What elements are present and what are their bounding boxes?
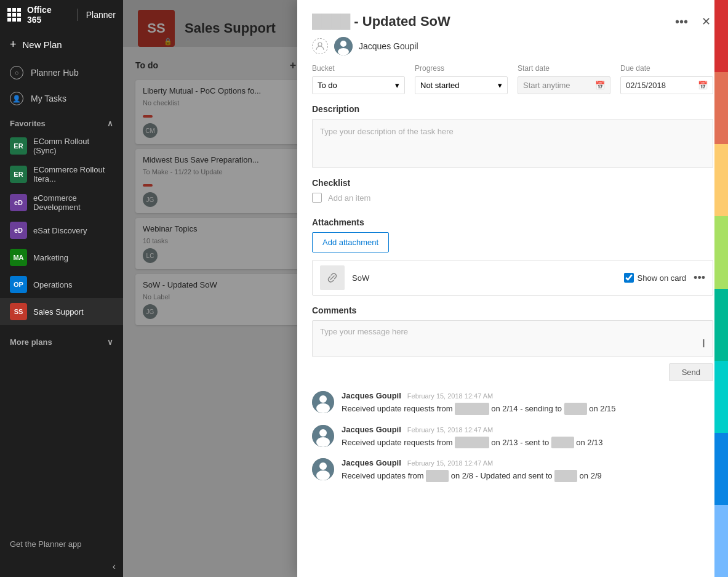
comment-avatar [312,391,334,413]
plus-icon: + [10,38,17,51]
color-swatch-2[interactable] [714,144,728,216]
comment-body: Jacques Goupil February 15, 2018 12:47 A… [342,425,713,449]
more-plans-expand-icon[interactable]: ∨ [107,337,113,347]
plan-label-er1: EComm Rollout (Sync) [33,137,113,155]
svg-point-5 [319,395,327,403]
assignee-avatar[interactable] [334,37,353,55]
comment-text-part: on 2/8 - Updated and sent to [449,471,554,480]
sidebar-item-ss1[interactable]: SS Sales Support [0,298,123,325]
bucket-select[interactable]: To do ▾ [312,76,405,94]
due-date-field: Due date 02/15/2018 📅 [620,64,713,94]
comment-input[interactable]: Type your message here I [312,320,713,357]
sidebar-item-er1[interactable]: ER EComm Rollout (Sync) [0,132,123,160]
get-app-link[interactable]: Get the Planner app [0,532,123,556]
progress-field: Progress Not started ▾ [415,64,508,94]
task-fields: Bucket To do ▾ Progress Not started ▾ St… [297,64,728,104]
color-swatch-5[interactable] [714,361,728,433]
plan-label-ed1: eCommerce Development [33,193,113,212]
sidebar-item-my-tasks[interactable]: 👤 My Tasks [0,86,123,111]
comment-body: Jacques Goupil February 15, 2018 12:47 A… [342,458,713,482]
checklist-add-input[interactable]: Add an item [328,193,370,203]
sidebar-item-ed2[interactable]: eD eSat Discovery [0,217,123,244]
comment-text-part: Received update requests from [342,404,455,413]
planner-label: Planner [86,10,116,20]
person-icon: 👤 [10,92,23,105]
color-swatch-4[interactable] [714,289,728,361]
svg-point-6 [316,403,330,413]
description-input[interactable]: Type your description of the task here [312,119,713,168]
svg-point-9 [316,437,330,447]
close-panel-button[interactable]: ✕ [699,12,713,31]
show-card-checkbox[interactable] [624,273,634,283]
my-tasks-label: My Tasks [31,94,66,103]
more-options-button[interactable]: ••• [671,14,692,30]
new-plan-button[interactable]: + New Plan [0,30,123,60]
start-date-value: Start anytime [523,81,570,90]
send-button-container: Send [312,363,713,381]
sidebar-item-op1[interactable]: OP Operations [0,271,123,298]
comment-meta: Jacques Goupil February 15, 2018 12:47 A… [342,391,713,400]
show-card-label: Show on card [638,273,687,283]
task-title-redacted: ████ [312,14,350,30]
progress-select[interactable]: Not started ▾ [415,76,508,94]
plan-label-ed2: eSat Discovery [33,226,87,235]
comment-text: Received update requests from ██████ on … [342,437,713,449]
start-date-label: Start date [518,64,610,73]
color-swatch-0[interactable] [714,0,728,72]
show-card-checkbox-group: Show on card [624,273,687,283]
due-date-picker[interactable]: 02/15/2018 📅 [620,76,713,94]
waffle-icon[interactable] [7,8,21,22]
comment-meta: Jacques Goupil February 15, 2018 12:47 A… [342,425,713,434]
comment-body: Jacques Goupil February 15, 2018 12:47 A… [342,391,713,415]
bucket-chevron-icon: ▾ [395,81,399,90]
checklist-checkbox[interactable] [312,193,322,203]
color-swatch-1[interactable] [714,72,728,144]
progress-value: Not started [420,81,460,90]
sidebar-item-ed1[interactable]: eD eCommerce Development [0,188,123,217]
comment-text-part: on 2/13 - sent to [489,438,551,447]
add-attachment-button[interactable]: Add attachment [312,232,389,252]
sidebar-item-ma1[interactable]: MA Marketing [0,244,123,271]
favorites-label: Favorites [10,119,46,128]
attachment-more-button[interactable]: ••• [694,272,705,284]
comment-item: Jacques Goupil February 15, 2018 12:47 A… [312,391,713,415]
plan-label-er2: ECommerce Rollout Itera... [33,165,113,184]
svg-point-2 [340,41,346,47]
sidebar-collapse-button[interactable]: ‹ [0,556,123,577]
comment-meta: Jacques Goupil February 15, 2018 12:47 A… [342,458,713,467]
favorites-collapse-icon[interactable]: ∧ [107,119,113,128]
panel-header: ████ - Updated SoW ••• ✕ [297,0,728,37]
color-swatch-3[interactable] [714,216,728,288]
bucket-value: To do [318,81,337,90]
comment-time: February 15, 2018 12:47 AM [407,459,493,467]
color-swatch-6[interactable] [714,433,728,505]
planner-hub-label: Planner Hub [31,68,79,78]
assign-user-icon[interactable] [312,38,328,54]
color-strip [714,0,728,577]
assignee-name: Jacques Goupil [359,41,418,51]
svg-point-0 [318,42,322,46]
task-detail-panel: ████ - Updated SoW ••• ✕ [297,0,728,577]
comment-text: Received update requests from ██████ on … [342,403,713,415]
plan-badge-ed2: eD [10,222,27,239]
svg-point-11 [319,462,327,470]
main-board: SS 🔒 Sales Support To do + Liberty Mutua… [123,0,728,577]
progress-label: Progress [415,64,508,73]
sidebar-item-planner-hub[interactable]: ○ Planner Hub [0,60,123,86]
send-button[interactable]: Send [669,363,713,381]
calendar-icon: 📅 [595,81,605,90]
comment-item: Jacques Goupil February 15, 2018 12:47 A… [312,425,713,449]
checklist-add-item: Add an item [312,193,713,203]
description-placeholder: Type your description of the task here [320,127,454,136]
office365-label: Office 365 [27,5,68,25]
attachment-link-icon [320,265,345,290]
color-swatch-7[interactable] [714,505,728,577]
comments-section-title: Comments [312,305,713,320]
start-date-picker[interactable]: Start anytime 📅 [518,76,610,94]
attachments-section: Attachments Add attachment SoW Show on c… [297,217,728,305]
comment-author: Jacques Goupil [342,425,401,434]
comment-item: Jacques Goupil February 15, 2018 12:47 A… [312,458,713,482]
sidebar-item-er2[interactable]: ER ECommerce Rollout Itera... [0,160,123,188]
comment-text-part: on 2/13 [574,438,603,447]
start-date-field: Start date Start anytime 📅 [518,64,610,94]
